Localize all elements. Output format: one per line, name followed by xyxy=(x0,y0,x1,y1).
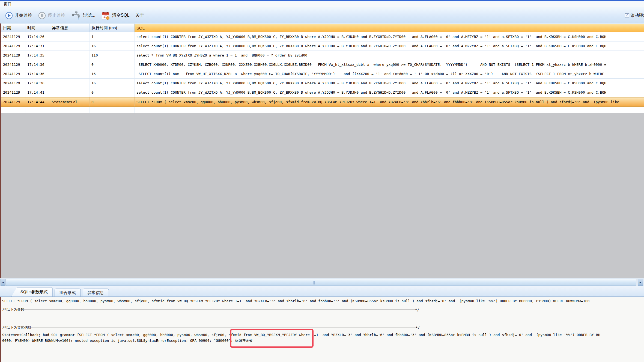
about-button[interactable]: 关于 xyxy=(133,11,147,20)
toolbar-button-label: 关于 xyxy=(135,13,144,18)
menu-bar: 窗口 xyxy=(0,1,644,7)
cell: 0 xyxy=(90,88,135,97)
stop-monitor-button[interactable]: 停止监控 xyxy=(36,10,68,21)
scrollbar-thumb[interactable] xyxy=(6,279,636,286)
toolbar-button-label: 清空SQL xyxy=(112,13,129,18)
cell: select * from VW_BQ_XYZTXO_ZYHSZO a wher… xyxy=(135,51,644,60)
detail-sql-text: SELECT *FROM ( select xmmc00, gg0000, bh… xyxy=(2,299,642,303)
cell: 17:14:41 xyxy=(25,88,50,97)
comment-close: */ xyxy=(416,326,420,330)
faucet-icon xyxy=(71,11,81,20)
start-monitor-button[interactable]: 开始监控 xyxy=(3,10,35,21)
column-header-1[interactable]: 时间 xyxy=(25,23,50,32)
scroll-lock-checkbox[interactable]: ✓ xyxy=(625,13,629,17)
cell: select count(1) COUNTER from JY_WJZTXO A… xyxy=(135,32,644,41)
detail-tabs: SQL+参数形式组合形式异常信息 xyxy=(0,286,644,297)
cell: 20241129 xyxy=(1,51,25,60)
horizontal-scrollbar[interactable]: ◄ ► xyxy=(0,278,644,286)
table-body: 2024112917:14:261select count(1) COUNTER… xyxy=(1,32,644,116)
cell: 17:14:31 xyxy=(25,41,50,51)
cell xyxy=(50,51,90,60)
tab-combined[interactable]: 组合形式 xyxy=(55,289,81,296)
cell: 20241129 xyxy=(1,88,25,97)
cell xyxy=(50,79,90,88)
detail-panel: SELECT *FROM ( select xmmc00, gg0000, bh… xyxy=(0,297,644,362)
table-row[interactable]: 2024112917:14:261select count(1) COUNTER… xyxy=(1,32,644,41)
params-label: /*以下为参数 xyxy=(2,307,24,312)
cell: 17:14:26 xyxy=(25,32,50,41)
cell: 110 xyxy=(90,51,135,60)
cell: 17:14:36 xyxy=(25,60,50,69)
table-row[interactable]: 2024112917:14:3116select count(1) COUNTE… xyxy=(1,41,644,51)
column-header-3[interactable]: 执行时间 (ms) xyxy=(90,23,135,32)
cell: 20241129 xyxy=(1,69,25,78)
pause-icon xyxy=(38,12,46,19)
cell: 17:14:35 xyxy=(25,51,50,60)
table-header-row: 日期时间异常信息执行时间 (ms)SQL xyxy=(1,23,644,32)
exception-text: StatementCallback; bad SQL grammar [SELE… xyxy=(2,332,601,343)
table-row[interactable]: 2024112917:14:410select count(1) COUNTER… xyxy=(1,88,644,97)
toolbar: 开始监控停止监控过滤...17清空SQL关于 ✓ 滚动锁定 xyxy=(0,7,644,24)
cell: 20241129 xyxy=(1,32,25,41)
toolbar-button-label: 开始监控 xyxy=(15,13,32,18)
scroll-left-button[interactable]: ◄ xyxy=(1,279,5,286)
tab-exception[interactable]: 异常信息 xyxy=(83,289,109,296)
cell: 1 xyxy=(90,32,135,41)
cell: 20241129 xyxy=(1,97,25,106)
cell xyxy=(50,60,90,69)
sql-monitor-window: 窗口 开始监控停止监控过滤...17清空SQL关于 ✓ 滚动锁定 日期时间异常信… xyxy=(0,0,644,362)
cell xyxy=(50,41,90,51)
cell: StatementCal... xyxy=(50,97,90,106)
cell: 20241129 xyxy=(1,79,25,88)
cell: select count(1) COUNTER from JY_WJZTXO A… xyxy=(135,41,644,51)
cell: 20241129 xyxy=(1,60,25,69)
scrollbar-grip-icon xyxy=(313,281,317,284)
table-empty-area xyxy=(1,113,644,278)
table-row[interactable]: 2024112917:14:360 SELECT XH0000, XTDM00,… xyxy=(1,60,644,69)
clear-sql-button[interactable]: 17清空SQL xyxy=(99,10,132,22)
error-section-header: /*以下为异常信息*/ xyxy=(2,325,420,330)
filter-button[interactable]: 过滤... xyxy=(69,10,98,22)
column-header-2[interactable]: 异常信息 xyxy=(50,23,90,32)
table-row[interactable]: 2024112917:14:44StatementCal...0SELECT *… xyxy=(1,97,644,107)
column-header-0[interactable]: 日期 xyxy=(1,23,25,32)
calendar-icon: 17 xyxy=(101,11,110,20)
menu-window[interactable]: 窗口 xyxy=(2,1,13,7)
cell xyxy=(50,88,90,97)
table-row[interactable]: 2024112917:14:3616 SELECT count(1) num f… xyxy=(1,69,644,79)
cell: SELECT *FROM ( select xmmc00, gg0000, bh… xyxy=(135,97,644,106)
cell: 0 xyxy=(90,97,135,106)
play-icon xyxy=(5,12,13,19)
error-label: /*以下为异常信息 xyxy=(2,325,31,330)
cell xyxy=(50,69,90,78)
cell: select count(1) COUNTER from JY_WJZTXO A… xyxy=(135,79,644,88)
cell: select count(1) COUNTER from JY_WJZTXO A… xyxy=(135,88,644,97)
cell: 17:14:36 xyxy=(25,79,50,88)
cell: 16 xyxy=(90,79,135,88)
cell xyxy=(50,32,90,41)
cell: 16 xyxy=(90,69,135,78)
cell: SELECT XH0000, XTDM00, CZYKSM, CZBQ00, X… xyxy=(135,60,644,69)
table-row[interactable]: 2024112917:14:3616select count(1) COUNTE… xyxy=(1,79,644,88)
cell: SELECT count(1) num from VW_HT_XTTSXX_DZ… xyxy=(135,69,644,78)
table-row[interactable]: 2024112917:14:35110select * from VW_BQ_X… xyxy=(1,51,644,60)
divider-line xyxy=(31,328,416,328)
sql-log-table: 日期时间异常信息执行时间 (ms)SQL 2024112917:14:261se… xyxy=(1,23,644,116)
toolbar-button-label: 停止监控 xyxy=(48,13,65,18)
divider-line xyxy=(24,310,415,310)
scroll-lock-label: 滚动锁定 xyxy=(631,13,644,18)
scroll-lock-toggle[interactable]: ✓ 滚动锁定 xyxy=(625,13,644,18)
column-header-4[interactable]: SQL xyxy=(135,23,644,32)
toolbar-button-label: 过滤... xyxy=(83,13,95,18)
cell: 17:14:44 xyxy=(25,97,50,106)
cell: 16 xyxy=(90,41,135,51)
cell: 0 xyxy=(90,60,135,69)
toolbar-buttons: 开始监控停止监控过滤...17清空SQL关于 xyxy=(0,7,644,23)
cell: 20241129 xyxy=(1,41,25,51)
scroll-right-button[interactable]: ► xyxy=(638,279,643,286)
tab-sql-params[interactable]: SQL+参数形式 xyxy=(11,287,53,296)
cell: 17:14:36 xyxy=(25,69,50,78)
check-icon: ✓ xyxy=(625,14,628,17)
params-section-header: /*以下为参数*/ xyxy=(2,307,419,312)
comment-close: */ xyxy=(415,308,419,312)
